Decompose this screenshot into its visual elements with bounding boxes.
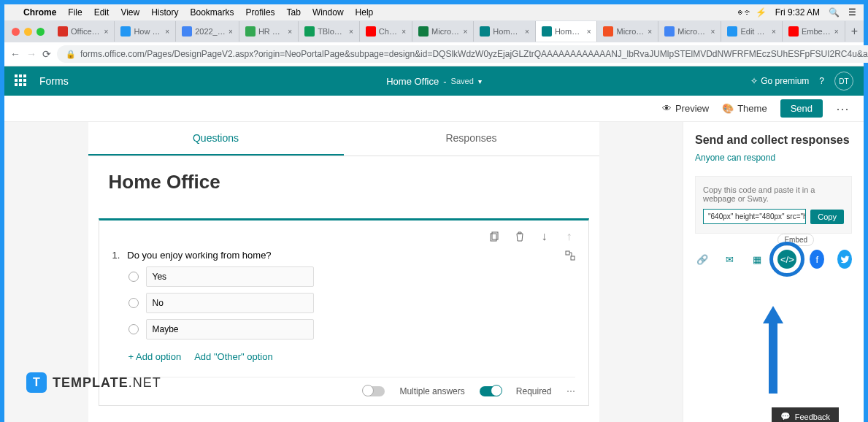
user-avatar[interactable]: DT xyxy=(834,72,853,91)
close-tab-icon[interactable]: × xyxy=(711,28,715,36)
menu-bookmarks[interactable]: Bookmarks xyxy=(191,7,234,18)
palette-icon: 🎨 xyxy=(722,103,734,114)
required-toggle[interactable] xyxy=(480,386,502,396)
share-qr-icon[interactable]: ▦ xyxy=(750,250,765,269)
menu-chrome[interactable]: Chrome xyxy=(23,7,56,18)
spotlight-icon[interactable]: 🔍 xyxy=(829,7,840,18)
menu-window[interactable]: Window xyxy=(312,7,344,18)
svg-rect-2 xyxy=(566,251,569,255)
browser-tab[interactable]: Microsoft F× xyxy=(412,21,474,42)
reload-button[interactable]: ⟳ xyxy=(42,46,51,62)
add-option-button[interactable]: + Add option xyxy=(128,351,182,362)
close-tab-icon[interactable]: × xyxy=(525,28,529,36)
browser-tab[interactable]: Embed a M× xyxy=(783,21,845,42)
browser-tab[interactable]: Edit Post <× xyxy=(721,21,783,42)
close-tab-icon[interactable]: × xyxy=(772,28,776,36)
eye-icon: 👁 xyxy=(662,103,672,114)
close-tab-icon[interactable]: × xyxy=(402,28,406,36)
forms-toolbar: 👁 Preview 🎨 Theme Send ⋯ xyxy=(4,96,864,122)
chevron-down-icon[interactable]: ▾ xyxy=(478,77,482,85)
help-icon[interactable]: ? xyxy=(819,76,824,86)
browser-tab[interactable]: 2022_HR R× xyxy=(176,21,239,42)
menu-tab[interactable]: Tab xyxy=(287,7,301,18)
question-text[interactable]: Do you enjoy working from home? xyxy=(127,250,557,261)
radio-icon[interactable] xyxy=(128,272,139,282)
app-launcher-icon[interactable] xyxy=(15,74,28,88)
browser-tab[interactable]: Microsoft o× xyxy=(597,21,658,42)
menu-help[interactable]: Help xyxy=(356,7,374,18)
document-title[interactable]: Home Office xyxy=(386,76,439,87)
question-1-block: ↓ ↑ 1. Do you enjoy working from home? +… xyxy=(99,218,589,406)
close-tab-icon[interactable]: × xyxy=(464,28,468,36)
browser-tab[interactable]: HR Recrui× xyxy=(239,21,299,42)
browser-tab[interactable]: TBlog New× xyxy=(299,21,360,42)
tab-questions[interactable]: Questions xyxy=(88,122,344,156)
forward-button[interactable]: → xyxy=(26,46,37,62)
option-input[interactable] xyxy=(146,293,314,313)
go-premium-button[interactable]: ✧ Go premium xyxy=(750,76,809,86)
maximize-window-icon[interactable] xyxy=(37,28,45,36)
url-text: forms.office.com/Pages/DesignPageV2.aspx… xyxy=(80,49,868,59)
close-tab-icon[interactable]: × xyxy=(834,28,839,36)
browser-tab[interactable]: How to Em× xyxy=(115,21,176,42)
browser-tab[interactable]: Office Work× xyxy=(52,21,115,42)
close-tab-icon[interactable]: × xyxy=(288,28,292,36)
minimize-window-icon[interactable] xyxy=(24,28,32,36)
close-tab-icon[interactable]: × xyxy=(648,28,652,36)
new-tab-button[interactable]: + xyxy=(845,25,864,38)
back-button[interactable]: ← xyxy=(10,46,20,62)
move-down-icon[interactable]: ↓ xyxy=(539,231,550,242)
close-tab-icon[interactable]: × xyxy=(104,28,109,36)
share-twitter-icon[interactable] xyxy=(837,250,852,269)
tab-responses[interactable]: Responses xyxy=(344,122,599,156)
permission-link[interactable]: Anyone can respond xyxy=(695,153,852,163)
more-menu-icon[interactable]: ⋯ xyxy=(836,101,849,117)
favicon-icon xyxy=(245,26,256,37)
theme-button[interactable]: 🎨 Theme xyxy=(722,103,767,114)
close-tab-icon[interactable]: × xyxy=(349,28,353,36)
copy-question-icon[interactable] xyxy=(489,231,501,242)
menu-file[interactable]: File xyxy=(68,7,82,18)
forms-brand[interactable]: Forms xyxy=(39,75,69,87)
control-center-icon[interactable]: ☰ xyxy=(848,7,856,18)
option-input[interactable] xyxy=(146,266,314,287)
multiple-answers-toggle[interactable] xyxy=(363,386,385,396)
browser-tab[interactable]: Chillhop× xyxy=(360,21,412,42)
share-link-icon[interactable]: 🔗 xyxy=(695,250,710,269)
question-branching-icon[interactable] xyxy=(565,250,575,261)
form-title[interactable]: Home Office xyxy=(88,156,599,212)
answer-option xyxy=(128,319,575,339)
favicon-icon xyxy=(366,26,376,37)
embed-code-input[interactable]: "640px" height="480px" src="https://fo xyxy=(703,209,806,224)
close-tab-icon[interactable]: × xyxy=(587,28,591,36)
window-controls[interactable] xyxy=(4,23,52,40)
option-input[interactable] xyxy=(146,319,314,339)
delete-question-icon[interactable] xyxy=(514,231,526,242)
preview-button[interactable]: 👁 Preview xyxy=(662,103,709,114)
menu-view[interactable]: View xyxy=(120,7,139,18)
menu-history[interactable]: History xyxy=(151,7,178,18)
answer-option xyxy=(128,293,575,313)
send-button[interactable]: Send xyxy=(780,99,823,118)
copy-button[interactable]: Copy xyxy=(810,210,844,224)
add-other-button[interactable]: Add "Other" option xyxy=(194,351,273,362)
question-more-icon[interactable]: ⋯ xyxy=(566,386,575,396)
radio-icon[interactable] xyxy=(128,298,139,308)
answer-option xyxy=(128,266,575,287)
move-up-icon[interactable]: ↑ xyxy=(564,231,575,242)
feedback-button[interactable]: 💬 Feedback xyxy=(772,407,839,422)
address-bar[interactable]: 🔒 forms.office.com/Pages/DesignPageV2.as… xyxy=(57,45,868,63)
send-panel-title: Send and collect responses xyxy=(695,134,852,147)
close-window-icon[interactable] xyxy=(12,28,20,36)
close-tab-icon[interactable]: × xyxy=(165,28,169,36)
close-tab-icon[interactable]: × xyxy=(228,28,233,36)
menu-edit[interactable]: Edit xyxy=(94,7,110,18)
share-embed-icon[interactable]: </> xyxy=(777,250,796,269)
browser-tab[interactable]: Home Offic× xyxy=(536,21,598,42)
browser-tab[interactable]: Home Offic× xyxy=(474,21,536,42)
browser-tab[interactable]: Microsoft fo× xyxy=(658,21,721,42)
share-email-icon[interactable]: ✉ xyxy=(723,250,737,269)
radio-icon[interactable] xyxy=(128,324,139,334)
share-facebook-icon[interactable]: f xyxy=(810,250,824,269)
menu-profiles[interactable]: Profiles xyxy=(246,7,275,18)
